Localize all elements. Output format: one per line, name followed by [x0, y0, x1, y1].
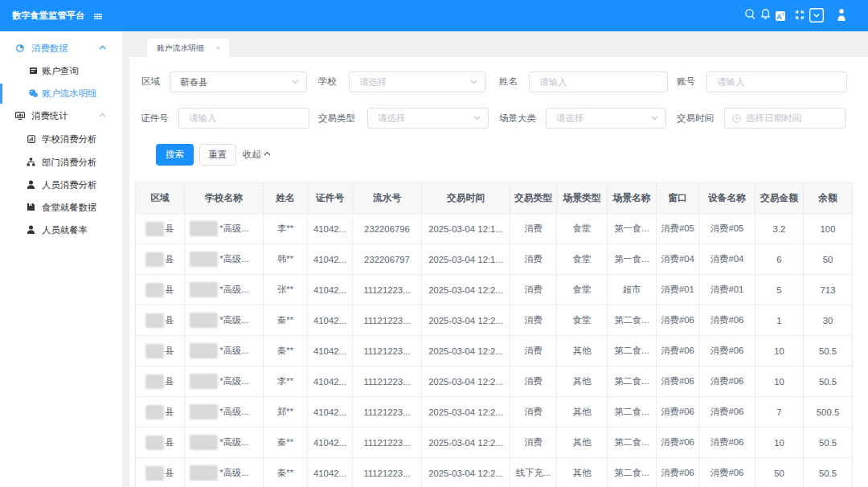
svg-text:文: 文 — [781, 12, 785, 16]
